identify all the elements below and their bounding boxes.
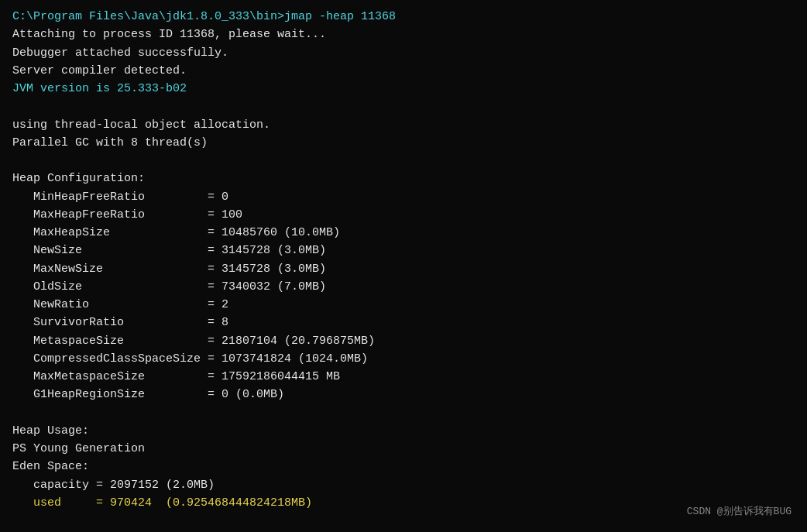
terminal-line: MaxHeapFreeRatio = 100	[12, 206, 795, 224]
terminal-line: Server compiler detected.	[12, 62, 795, 80]
terminal-line: NewSize = 3145728 (3.0MB)	[12, 242, 795, 259]
terminal-line: JVM version is 25.333-b02	[12, 80, 795, 98]
terminal-line: MinHeapFreeRatio = 0	[12, 188, 795, 206]
terminal-line: using thread-local object allocation.	[12, 116, 795, 134]
terminal-output: C:\Program Files\Java\jdk1.8.0_333\bin>j…	[12, 8, 795, 512]
empty-line	[12, 152, 795, 170]
terminal-line: MaxHeapSize = 10485760 (10.0MB)	[12, 224, 795, 242]
terminal-line: C:\Program Files\Java\jdk1.8.0_333\bin>j…	[12, 8, 795, 26]
terminal-line: Eden Space:	[12, 458, 795, 475]
terminal-line: Parallel GC with 8 thread(s)	[12, 134, 795, 152]
terminal-window: C:\Program Files\Java\jdk1.8.0_333\bin>j…	[0, 0, 807, 532]
terminal-line: Heap Usage:	[12, 422, 795, 440]
terminal-line: capacity = 2097152 (2.0MB)	[12, 476, 795, 494]
terminal-line: used = 970424 (0.925468444824218MB)	[12, 494, 795, 512]
terminal-line: PS Young Generation	[12, 440, 795, 458]
terminal-line: NewRatio = 2	[12, 296, 795, 314]
terminal-line: MaxMetaspaceSize = 17592186044415 MB	[12, 368, 795, 386]
terminal-line: OldSize = 7340032 (7.0MB)	[12, 278, 795, 296]
terminal-line: Debugger attached successfully.	[12, 44, 795, 62]
terminal-line: MaxNewSize = 3145728 (3.0MB)	[12, 260, 795, 278]
terminal-line: G1HeapRegionSize = 0 (0.0MB)	[12, 386, 795, 403]
watermark: CSDN @别告诉我有BUG	[687, 504, 792, 518]
empty-line	[12, 404, 795, 422]
empty-line	[12, 98, 795, 115]
terminal-line: Heap Configuration:	[12, 170, 795, 187]
terminal-line: Attaching to process ID 11368, please wa…	[12, 26, 795, 43]
terminal-line: MetaspaceSize = 21807104 (20.796875MB)	[12, 332, 795, 350]
terminal-line: SurvivorRatio = 8	[12, 314, 795, 331]
terminal-line: CompressedClassSpaceSize = 1073741824 (1…	[12, 350, 795, 368]
